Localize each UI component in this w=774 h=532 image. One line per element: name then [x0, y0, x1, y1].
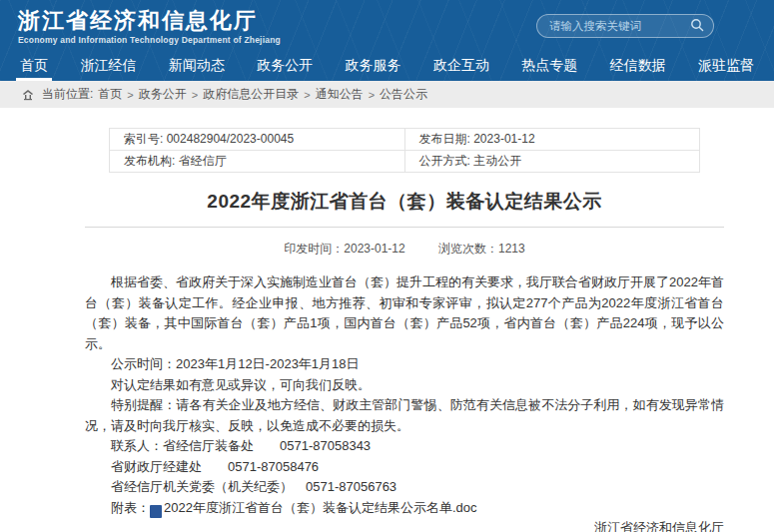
article-body: 根据省委、省政府关于深入实施制造业首台（套）提升工程的有关要求，我厅联合省财政厅… [85, 272, 724, 532]
breadcrumb-gov-disclosure[interactable]: 政务公开 [139, 86, 187, 103]
signature-block: 浙江省经济和信息化厅 2023年1月12日 [85, 518, 724, 532]
header-top: 浙江省经济和信息化厅 Economy and Information Techn… [0, 0, 774, 50]
nav-item-jingxin-data[interactable]: 经信数据 [606, 50, 670, 81]
site-subtitle: Economy and Information Technology Depar… [18, 35, 281, 45]
breadcrumb-prefix: 当前位置: [42, 86, 93, 103]
print-time: 印发时间：2023-01-12 [284, 242, 404, 256]
breadcrumb-announcements[interactable]: 公告公示 [380, 86, 427, 103]
document-meta-table: 索引号: 002482904/2023-00045 发布日期: 2023-01-… [109, 128, 700, 173]
page-title: 2022年度浙江省首台（套）装备认定结果公示 [85, 189, 724, 215]
breadcrumb-separator: > [192, 89, 198, 101]
paragraph-warning: 特别提醒：请各有关企业及地方经信、财政主管部门警惕、防范有关信息被不法分子利用，… [85, 395, 724, 436]
main-nav: 首页 浙江经信 新闻动态 政务公开 政务服务 政企互动 热点专题 经信数据 派驻… [0, 50, 774, 81]
view-count: 浏览次数：1213 [438, 242, 525, 256]
breadcrumb-home[interactable]: 首页 [98, 86, 122, 103]
word-doc-icon: W [150, 505, 162, 518]
paragraph-public-period: 公示时间：2023年1月12日-2023年1月18日 [85, 354, 724, 375]
nav-item-zhejiang-jingxin[interactable]: 浙江经信 [76, 50, 140, 81]
nav-item-gov-services[interactable]: 政务服务 [342, 50, 405, 81]
meta-publish-date: 发布日期: 2023-01-12 [404, 129, 700, 151]
nav-item-news[interactable]: 新闻动态 [165, 50, 229, 81]
breadcrumb: 当前位置:首页 > 政务公开 > 政府信息公开目录 > 通知公告 > 公告公示 [0, 81, 774, 108]
search-button[interactable] [690, 18, 704, 35]
breadcrumb-separator: > [369, 89, 375, 101]
meta-publish-org: 发布机构: 省经信厅 [110, 151, 405, 173]
site-brand: 浙江省经济和信息化厅 Economy and Information Techn… [18, 5, 281, 45]
signature-org: 浙江省经济和信息化厅 [85, 518, 724, 532]
meta-index-number: 索引号: 002482904/2023-00045 [110, 129, 405, 151]
breadcrumb-separator: > [304, 89, 310, 101]
page: 浙江省经济和信息化厅 Economy and Information Techn… [0, 0, 774, 532]
breadcrumb-notices[interactable]: 通知公告 [316, 86, 364, 103]
paragraph-feedback: 对认定结果如有意见或异议，可向我们反映。 [85, 375, 724, 396]
breadcrumb-separator: > [127, 89, 133, 101]
search-input[interactable] [549, 20, 690, 32]
contact-line-equipment: 联系人：省经信厅装备处 0571-87058343 [85, 436, 724, 457]
site-title: 浙江省经济和信息化厅 [18, 9, 281, 33]
site-header: 浙江省经济和信息化厅 Economy and Information Techn… [0, 0, 774, 81]
home-icon [22, 89, 34, 101]
nav-item-gov-interaction[interactable]: 政企互动 [429, 50, 493, 81]
article-meta: 印发时间：2023-01-12 浏览次数：1213 [85, 241, 724, 258]
contact-line-committee: 省经信厅机关党委（机关纪委） 0571-87056763 [85, 477, 724, 498]
nav-item-hot-topics[interactable]: 热点专题 [517, 50, 581, 81]
search-icon [690, 18, 704, 35]
nav-item-gov-disclosure[interactable]: 政务公开 [253, 50, 317, 81]
attachment-line: 附表：W2022年度浙江省首台（套）装备认定结果公示名单.doc [85, 498, 724, 519]
contact-line-finance: 省财政厅经建处 0571-87058476 [85, 457, 724, 478]
nav-item-dispatch-oversight[interactable]: 派驻监督 [694, 50, 758, 81]
paragraph-intro: 根据省委、省政府关于深入实施制造业首台（套）提升工程的有关要求，我厅联合省财政厅… [85, 272, 724, 354]
breadcrumb-info-directory[interactable]: 政府信息公开目录 [203, 86, 299, 103]
attachment-link[interactable]: 2022年度浙江省首台（套）装备认定结果公示名单.doc [164, 500, 477, 515]
title-divider [85, 227, 724, 228]
table-row: 索引号: 002482904/2023-00045 发布日期: 2023-01-… [110, 129, 700, 151]
meta-disclosure-method: 公开方式: 主动公开 [404, 151, 700, 173]
nav-item-home[interactable]: 首页 [16, 50, 52, 81]
table-row: 发布机构: 省经信厅 公开方式: 主动公开 [110, 151, 700, 173]
search-box [536, 14, 714, 38]
article-content: 索引号: 002482904/2023-00045 发布日期: 2023-01-… [0, 108, 774, 532]
attachment-label: 附表： [111, 500, 150, 515]
